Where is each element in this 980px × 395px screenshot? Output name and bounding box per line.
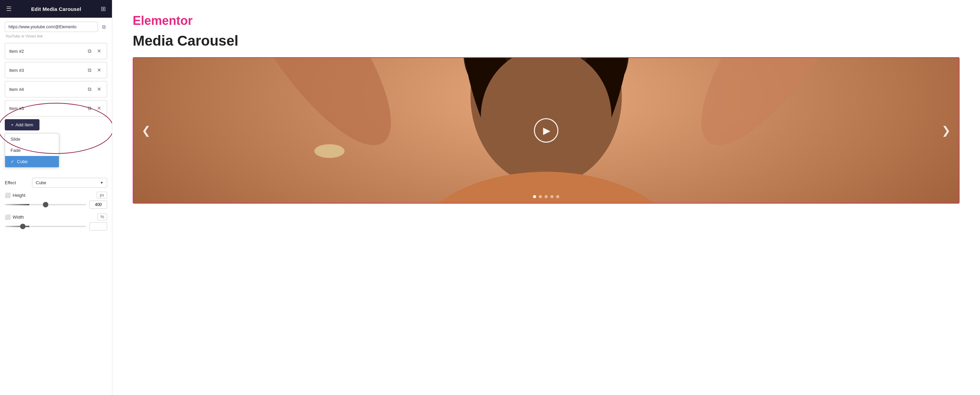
delete-item-3-button[interactable]: ✕: [95, 66, 103, 75]
list-item: Item #5 ⧉ ✕: [5, 100, 107, 116]
item-4-label: Item #4: [9, 87, 86, 92]
dot-3[interactable]: [545, 195, 548, 198]
url-input[interactable]: [5, 22, 98, 32]
list-item: Item #4 ⧉ ✕: [5, 81, 107, 97]
panel-header: ☰ Edit Media Carousel ⊞: [0, 0, 112, 18]
delete-item-2-button[interactable]: ✕: [95, 47, 103, 56]
item-2-actions: ⧉ ✕: [86, 47, 103, 56]
carousel-dots: [533, 195, 559, 198]
left-panel: ☰ Edit Media Carousel ⊞ ⧉ YouTube or Vim…: [0, 0, 112, 395]
width-slider[interactable]: [5, 226, 86, 227]
dot-4[interactable]: [550, 195, 554, 198]
dot-2[interactable]: [539, 195, 542, 198]
panel-content: ⧉ YouTube or Vimeo link Item #2 ⧉ ✕ Item…: [0, 18, 112, 395]
copy-item-3-button[interactable]: ⧉: [86, 66, 93, 75]
url-hint: YouTube or Vimeo link: [5, 34, 107, 38]
item-5-label: Item #5: [9, 106, 86, 111]
height-value-input[interactable]: [89, 201, 107, 209]
add-item-button[interactable]: + Add Item: [5, 119, 40, 131]
width-label: Width: [13, 215, 24, 220]
effect-value[interactable]: Cube ▼: [32, 178, 107, 188]
elementor-logo: Elementor: [133, 14, 959, 28]
effect-field-row: Effect Cube ▼: [5, 178, 107, 188]
header-icons: ⊞: [101, 5, 106, 13]
plus-icon: +: [11, 122, 14, 127]
effect-label: Effect: [5, 180, 32, 185]
item-2-label: Item #2: [9, 49, 86, 54]
height-slider-row: [5, 201, 107, 209]
effect-current-value: Cube: [36, 180, 46, 185]
width-label-row: ⬜ Width %: [5, 213, 107, 220]
height-unit[interactable]: px: [97, 192, 107, 199]
dot-5[interactable]: [556, 195, 559, 198]
copy-item-2-button[interactable]: ⧉: [86, 47, 93, 56]
item-4-actions: ⧉ ✕: [86, 85, 103, 94]
monitor-icon-width: ⬜: [5, 214, 11, 220]
delete-item-5-button[interactable]: ✕: [95, 104, 103, 113]
cube-label: Cube: [17, 159, 27, 164]
item-5-actions: ⧉ ✕: [86, 104, 103, 113]
width-value-input[interactable]: [89, 222, 107, 231]
copy-item-4-button[interactable]: ⧉: [86, 85, 93, 94]
dropdown-wrapper: + Add Item Slide Fade ✓ Cube: [5, 119, 107, 167]
panel-title: Edit Media Carousel: [31, 6, 81, 12]
dropdown-item-fade[interactable]: Fade: [5, 145, 59, 156]
item-3-label: Item #3: [9, 68, 86, 73]
delete-item-4-button[interactable]: ✕: [95, 85, 103, 94]
height-row: ⬜ Height px: [5, 192, 107, 209]
carousel-container: ▶ ❮ ❯: [133, 57, 959, 204]
height-label: Height: [13, 193, 25, 198]
carousel-prev-arrow[interactable]: ❮: [139, 121, 153, 140]
check-icon: ✓: [11, 159, 14, 164]
width-row: ⬜ Width %: [5, 213, 107, 231]
carousel-next-arrow[interactable]: ❯: [939, 121, 953, 140]
height-slider[interactable]: [5, 204, 86, 205]
url-row: ⧉: [5, 22, 107, 32]
item-3-actions: ⧉ ✕: [86, 66, 103, 75]
play-button[interactable]: ▶: [534, 118, 558, 143]
play-overlay: ▶: [134, 58, 959, 203]
carousel-title: Media Carousel: [133, 33, 959, 49]
dropdown-item-slide[interactable]: Slide: [5, 134, 59, 145]
list-item: Item #3 ⧉ ✕: [5, 62, 107, 78]
fade-label: Fade: [11, 148, 21, 153]
copy-url-button[interactable]: ⧉: [101, 22, 107, 31]
add-item-label: Add Item: [16, 122, 33, 127]
width-unit[interactable]: %: [97, 213, 107, 220]
slide-label: Slide: [11, 137, 21, 142]
width-slider-row: [5, 222, 107, 231]
list-item: Item #2 ⧉ ✕: [5, 43, 107, 59]
play-icon: ▶: [543, 125, 550, 136]
chevron-down-icon: ▼: [100, 181, 103, 185]
dot-1[interactable]: [533, 195, 536, 198]
hamburger-icon[interactable]: ☰: [6, 5, 11, 13]
effect-dropdown-menu: Slide Fade ✓ Cube: [5, 133, 59, 167]
copy-item-5-button[interactable]: ⧉: [86, 104, 93, 113]
height-label-row: ⬜ Height px: [5, 192, 107, 199]
dropdown-item-cube[interactable]: ✓ Cube: [5, 156, 59, 167]
monitor-icon-height: ⬜: [5, 193, 11, 198]
grid-icon[interactable]: ⊞: [101, 5, 106, 13]
main-canvas: Elementor Media Carousel: [112, 0, 980, 395]
